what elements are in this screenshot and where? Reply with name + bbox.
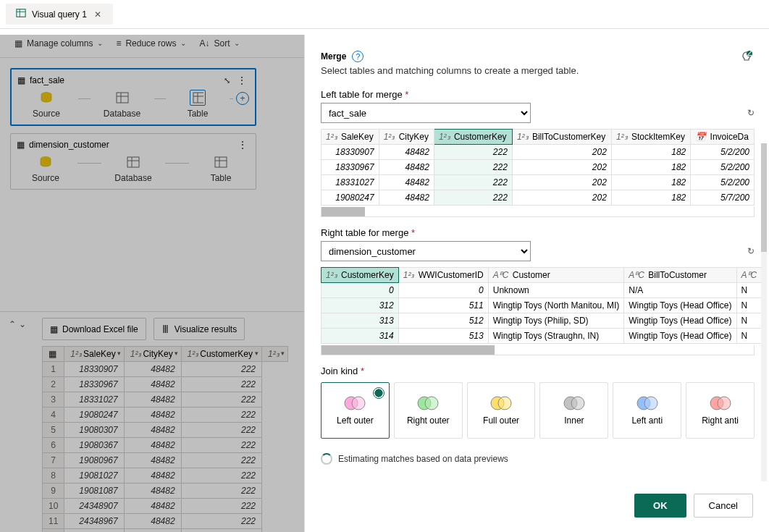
column-header[interactable]: 📅 InvoiceDa <box>691 130 755 145</box>
left-preview-table[interactable]: 1²₃ SaleKey1²₃ CityKey1²₃ CustomerKey1²₃… <box>321 129 755 206</box>
close-icon[interactable]: ✕ <box>93 9 103 20</box>
join-option[interactable]: Left outer <box>321 382 390 439</box>
join-option[interactable]: Right outer <box>394 382 463 439</box>
cancel-button[interactable]: Cancel <box>694 494 753 518</box>
estimating-row: Estimating matches based on data preview… <box>321 453 755 465</box>
horizontal-scrollbar[interactable] <box>321 345 755 355</box>
column-header[interactable]: 1²₃ CityKey <box>379 130 434 145</box>
column-header[interactable]: AᴮC Customer <box>488 268 624 283</box>
column-header[interactable]: 1²₃ CustomerKey <box>434 130 512 145</box>
dialog-description: Select tables and matching columns to cr… <box>321 65 755 76</box>
column-header[interactable]: 1²₃ StockItemKey <box>611 130 690 145</box>
join-option[interactable]: Inner <box>539 382 608 439</box>
table-row[interactable]: 19080247484822222021825/7/200 <box>322 190 755 206</box>
refresh-icon[interactable]: ↻ <box>747 246 755 256</box>
horizontal-scrollbar[interactable] <box>321 207 755 217</box>
dialog-title: Merge ? <box>321 51 755 62</box>
svg-rect-0 <box>17 9 25 17</box>
lightbulb-icon[interactable]: 2 <box>740 51 753 66</box>
svg-point-28 <box>644 397 657 410</box>
left-table-select[interactable]: fact_sale <box>321 103 531 123</box>
column-header[interactable]: AᴮC <box>736 268 763 283</box>
join-option[interactable]: Left anti <box>613 382 681 439</box>
join-kind-label: Join kind <box>321 366 755 376</box>
tab-strip: Visual query 1 ✕ <box>0 0 769 29</box>
ok-button[interactable]: OK <box>634 494 686 518</box>
table-row[interactable]: 18331027484822222021825/2/200 <box>322 175 755 190</box>
svg-point-26 <box>571 397 584 410</box>
column-header[interactable]: 1²₃ BillToCustomerKey <box>512 130 611 145</box>
right-table-select[interactable]: dimension_customer <box>321 241 531 261</box>
table-row[interactable]: 312511Wingtip Toys (North Manitou, MI)Wi… <box>322 298 763 313</box>
table-row[interactable]: 00UnknownN/AN <box>322 283 763 298</box>
column-header[interactable]: AᴮC BillToCustomer <box>624 268 736 283</box>
merge-dialog: Merge ? 2 Select tables and matching col… <box>304 35 769 532</box>
help-icon[interactable]: ? <box>352 51 364 62</box>
join-kind-options: Left outerRight outerFull outerInnerLeft… <box>321 382 755 439</box>
svg-point-20 <box>352 397 365 410</box>
column-header[interactable]: 1²₃ SaleKey <box>322 130 379 145</box>
svg-point-30 <box>718 397 731 410</box>
spinner-icon <box>321 453 332 465</box>
table-row[interactable]: 18330967484822222021825/2/200 <box>322 160 755 175</box>
right-table-label: Right table for merge <box>321 227 755 238</box>
svg-point-22 <box>425 397 438 410</box>
tab-visual-query[interactable]: Visual query 1 ✕ <box>6 4 113 25</box>
column-header[interactable]: 1²₃ CustomerKey <box>322 268 399 283</box>
join-option[interactable]: Right anti <box>686 382 755 439</box>
join-option[interactable]: Full outer <box>467 382 536 439</box>
svg-point-24 <box>498 397 511 410</box>
vertical-scrollbar[interactable] <box>761 143 767 481</box>
column-header[interactable]: 1²₃ WWICustomerID <box>398 268 488 283</box>
left-table-label: Left table for merge <box>321 89 755 100</box>
tab-label: Visual query 1 <box>32 9 87 20</box>
table-row[interactable]: 314513Wingtip Toys (Straughn, IN)Wingtip… <box>322 329 763 344</box>
svg-text:2: 2 <box>747 51 752 58</box>
right-preview-table[interactable]: 1²₃ CustomerKey1²₃ WWICustomerIDAᴮC Cust… <box>321 267 763 344</box>
table-row[interactable]: 18330907484822222021825/2/200 <box>322 145 755 160</box>
table-row[interactable]: 313512Wingtip Toys (Philip, SD)Wingtip T… <box>322 313 763 329</box>
table-icon <box>16 8 26 20</box>
refresh-icon[interactable]: ↻ <box>747 108 755 118</box>
